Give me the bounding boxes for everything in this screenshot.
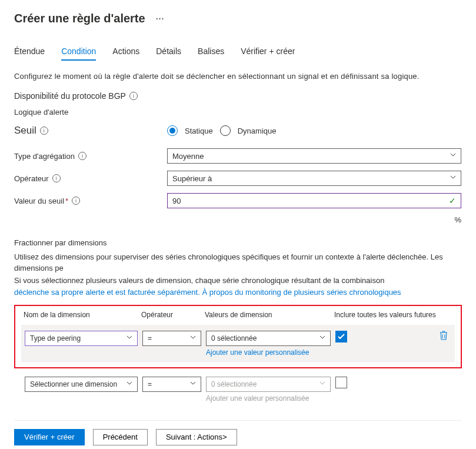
- radio-dynamic-label: Dynamique: [238, 127, 277, 135]
- info-icon[interactable]: i: [129, 92, 138, 100]
- aggregation-select[interactable]: Moyenne: [167, 148, 461, 164]
- info-icon[interactable]: i: [72, 197, 80, 205]
- chevron-down-icon: [190, 335, 196, 341]
- chevron-down-icon: [190, 381, 196, 387]
- next-button[interactable]: Suivant : Actions>: [156, 429, 237, 445]
- threshold-value: 90: [172, 197, 181, 205]
- operator-label: Opérateur: [14, 174, 49, 183]
- verify-create-button[interactable]: Vérifier + créer: [14, 429, 85, 445]
- dimension-name-value: Type de peering: [30, 334, 81, 342]
- chevron-down-icon: [450, 175, 456, 181]
- dimension-name-select[interactable]: Sélectionner une dimension: [25, 377, 138, 392]
- tab-balises[interactable]: Balises: [198, 43, 224, 61]
- previous-button[interactable]: Précédent: [93, 429, 148, 445]
- chevron-down-icon: [319, 381, 325, 387]
- signal-title: Disponibilité du protocole BGP i: [14, 91, 462, 101]
- add-custom-value-link-disabled: Ajouter une valeur personnalisée: [206, 394, 331, 403]
- chevron-down-icon: [127, 335, 132, 341]
- dimension-operator-select[interactable]: =: [142, 331, 201, 346]
- dimensions-desc-2: Si vous sélectionnez plusieurs valeurs d…: [14, 275, 462, 287]
- dimension-operator-value: =: [148, 380, 152, 388]
- signal-title-text: Disponibilité du protocole BGP: [14, 91, 126, 101]
- dimensions-link[interactable]: déclenche sa propre alerte et est factur…: [14, 288, 462, 297]
- threshold-label: Seuil: [14, 125, 36, 137]
- tab-verifier[interactable]: Vérifier + créer: [241, 43, 295, 61]
- chevron-down-icon: [319, 335, 325, 341]
- page-title-text: Créer une règle d'alerte: [14, 12, 145, 25]
- add-custom-value-link[interactable]: Ajouter une valeur personnalisée: [206, 348, 331, 357]
- col-future: Inclure toutes les valeurs futures: [334, 311, 452, 319]
- dimension-operator-select[interactable]: =: [142, 377, 201, 392]
- more-icon[interactable]: ···: [156, 14, 165, 24]
- delete-row-button[interactable]: [440, 331, 448, 342]
- threshold-row: Seuil i Statique Dynamique: [14, 125, 462, 137]
- tab-condition[interactable]: Condition: [61, 43, 96, 61]
- dimension-values-select[interactable]: 0 sélectionnée: [206, 377, 331, 392]
- threshold-value-label: Valeur du seuil: [14, 197, 64, 205]
- dimension-name-select[interactable]: Type de peering: [25, 331, 138, 346]
- dimension-name-value: Sélectionner une dimension: [30, 380, 117, 388]
- col-name: Nom de la dimension: [24, 311, 141, 319]
- aggregation-value: Moyenne: [172, 152, 204, 161]
- tab-bar: Étendue Condition Actions Détails Balise…: [14, 43, 462, 61]
- radio-dynamic[interactable]: [220, 125, 231, 136]
- dimensions-heading: Fractionner par dimensions: [14, 238, 462, 247]
- radio-static[interactable]: [167, 125, 178, 136]
- footer: Vérifier + créer Précédent Suivant : Act…: [14, 420, 462, 445]
- dimension-values-value: 0 sélectionnée: [211, 334, 257, 342]
- col-operator: Opérateur: [141, 311, 205, 319]
- dimension-operator-value: =: [148, 334, 152, 342]
- operator-value: Supérieur à: [172, 174, 212, 183]
- include-future-checkbox[interactable]: [335, 377, 347, 388]
- tab-details[interactable]: Détails: [156, 43, 181, 61]
- info-icon[interactable]: i: [52, 174, 61, 182]
- tab-actions[interactable]: Actions: [112, 43, 139, 61]
- threshold-unit: %: [14, 215, 461, 224]
- chevron-down-icon: [450, 153, 456, 159]
- page-title: Créer une règle d'alerte ···: [14, 12, 462, 25]
- logic-label: Logique d'alerte: [14, 108, 462, 117]
- info-icon[interactable]: i: [78, 152, 86, 160]
- aggregation-label: Type d'agrégation: [14, 152, 75, 161]
- operator-select[interactable]: Supérieur à: [167, 171, 461, 186]
- dimension-values-select[interactable]: 0 sélectionnée: [206, 331, 331, 346]
- dimension-values-value: 0 sélectionnée: [211, 380, 257, 388]
- threshold-value-input[interactable]: 90 ✓: [167, 193, 461, 208]
- check-icon: ✓: [449, 196, 456, 205]
- dimensions-highlighted-box: Nom de la dimension Opérateur Valeurs de…: [14, 305, 462, 368]
- dimensions-desc-1: Utilisez des dimensions pour superviser …: [14, 252, 462, 274]
- tab-etendue[interactable]: Étendue: [14, 43, 45, 61]
- intro-text: Configurez le moment où la règle d'alert…: [14, 72, 462, 81]
- chevron-down-icon: [127, 381, 132, 387]
- include-future-checkbox[interactable]: [335, 331, 347, 342]
- col-values: Valeurs de dimension: [205, 311, 334, 319]
- radio-static-label: Statique: [185, 127, 213, 135]
- info-icon[interactable]: i: [40, 127, 48, 135]
